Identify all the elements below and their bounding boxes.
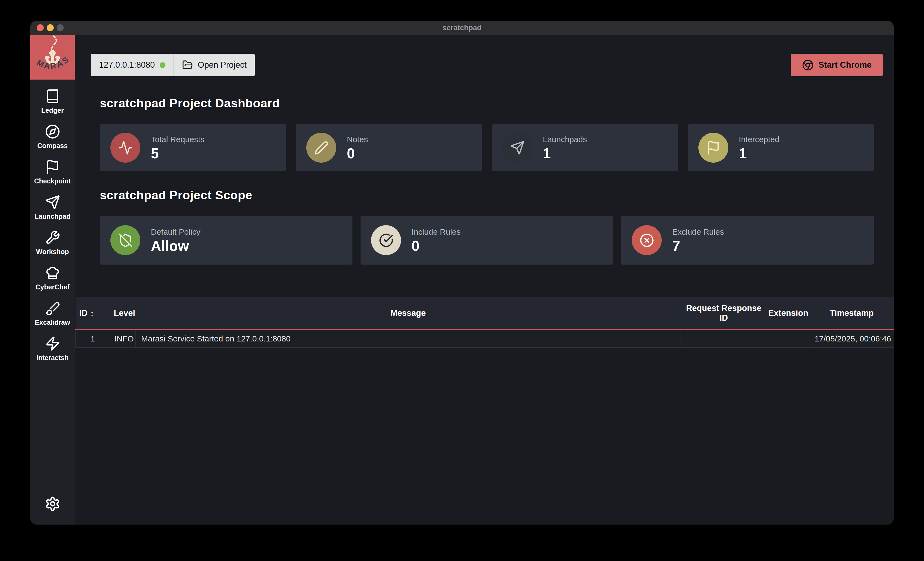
traffic-lights	[37, 24, 64, 31]
x-circle-icon	[640, 233, 654, 248]
start-chrome-button[interactable]: Start Chrome	[791, 54, 883, 76]
stat-value: 5	[151, 146, 204, 160]
sidebar-item-label: Interactsh	[36, 354, 69, 362]
shield-off-icon	[118, 233, 133, 248]
open-project-label: Open Project	[198, 60, 247, 70]
sidebar-item-label: CyberChef	[35, 283, 69, 291]
compass-icon	[45, 124, 60, 139]
chrome-icon	[802, 59, 814, 71]
sidebar-item-ledger[interactable]: Ledger	[30, 89, 75, 114]
dashboard-title: scratchpad Project Dashboard	[100, 96, 894, 110]
scope-value: 7	[672, 239, 724, 253]
log-table-row[interactable]: 1 INFO Marasi Service Started on 127.0.0…	[75, 330, 894, 348]
app-window: scratchpad MARASI	[30, 21, 894, 525]
stat-card-total-requests: Total Requests 5	[100, 124, 286, 171]
flag-icon	[45, 159, 60, 175]
gear-icon	[45, 496, 60, 512]
stat-value: 0	[347, 146, 368, 160]
minimize-window-button[interactable]	[46, 24, 54, 31]
cell-request-response-id	[681, 330, 767, 348]
sidebar-item-label: Workshop	[36, 248, 69, 256]
scope-value: Allow	[151, 239, 200, 253]
proxy-address-button[interactable]: 127.0.0.1:8080	[91, 54, 174, 76]
scope-card-exclude-rules: Exclude Rules 7	[621, 216, 874, 265]
sidebar-item-label: Ledger	[41, 106, 64, 114]
stat-label: Total Requests	[151, 135, 204, 144]
column-header-level: Level	[110, 297, 136, 330]
column-header-request-response-id: Request Response ID	[681, 297, 767, 330]
flag-icon	[706, 141, 720, 155]
stat-label: Notes	[347, 135, 368, 144]
start-chrome-label: Start Chrome	[819, 60, 872, 70]
scope-title: scratchpad Project Scope	[100, 188, 894, 202]
open-project-button[interactable]: Open Project	[174, 54, 255, 76]
sidebar-item-label: Launchpad	[34, 212, 70, 220]
proxy-segmented-control: 127.0.0.1:8080 Open Project	[91, 54, 255, 76]
wrench-icon	[45, 230, 60, 245]
scope-card-default-policy: Default Policy Allow	[100, 216, 352, 265]
settings-button[interactable]	[45, 496, 60, 513]
activity-icon	[118, 141, 133, 155]
cell-extension	[767, 330, 810, 348]
sidebar-item-label: Checkpoint	[34, 177, 71, 185]
column-header-message: Message	[136, 297, 681, 330]
scope-label: Include Rules	[411, 227, 460, 236]
column-header-timestamp: Timestamp	[810, 297, 894, 330]
proxy-address: 127.0.0.1:8080	[99, 60, 155, 70]
marasi-logo: MARASI	[30, 35, 75, 79]
stat-card-notes: Notes 0	[296, 124, 482, 171]
stat-card-intercepted: Intercepted 1	[688, 124, 874, 171]
log-table-header-row: ID↕ Level Message Request Response ID Ex…	[75, 297, 894, 330]
window-title: scratchpad	[30, 21, 894, 35]
sidebar-item-cyberchef[interactable]: CyberChef	[30, 265, 75, 291]
send-icon	[510, 141, 525, 155]
brush-icon	[45, 301, 60, 316]
sidebar-item-checkpoint[interactable]: Checkpoint	[30, 159, 75, 185]
cell-timestamp: 17/05/2025, 00:06:46	[810, 330, 894, 348]
log-table: ID↕ Level Message Request Response ID Ex…	[75, 297, 894, 348]
sidebar: MARASI Ledger Compass Checkpoint	[30, 35, 75, 525]
chef-hat-icon	[45, 265, 60, 280]
sidebar-item-launchpad[interactable]: Launchpad	[30, 195, 75, 220]
title-bar: scratchpad	[30, 21, 894, 35]
scope-label: Default Policy	[151, 227, 200, 236]
sidebar-nav: Ledger Compass Checkpoint Launchpad Work…	[30, 89, 75, 371]
cell-message: Marasi Service Started on 127.0.0.1:8080	[136, 330, 681, 348]
sidebar-item-label: Excalidraw	[35, 319, 70, 326]
scope-label: Exclude Rules	[672, 227, 724, 236]
scope-cards: Default Policy Allow Include Rules 0	[100, 216, 874, 265]
book-icon	[45, 89, 60, 104]
sidebar-item-excalidraw[interactable]: Excalidraw	[30, 301, 75, 326]
zoom-window-button[interactable]	[57, 24, 64, 31]
stat-card-launchpads: Launchpads 1	[492, 124, 678, 171]
sidebar-item-compass[interactable]: Compass	[30, 124, 75, 150]
check-circle-icon	[379, 233, 393, 248]
dashboard-stat-cards: Total Requests 5 Notes 0	[100, 124, 874, 171]
cell-level: INFO	[110, 330, 136, 348]
close-window-button[interactable]	[37, 24, 44, 31]
scope-value: 0	[411, 239, 460, 253]
folder-open-icon	[182, 60, 193, 70]
scope-card-include-rules: Include Rules 0	[360, 216, 613, 265]
sidebar-item-label: Compass	[37, 142, 68, 150]
zap-icon	[45, 336, 60, 351]
column-header-extension: Extension	[767, 297, 810, 330]
pencil-icon	[314, 141, 329, 155]
sidebar-item-workshop[interactable]: Workshop	[30, 230, 75, 256]
sidebar-item-interactsh[interactable]: Interactsh	[30, 336, 75, 362]
stat-label: Launchpads	[543, 135, 587, 144]
up-down-arrows-icon: ↕	[90, 310, 94, 317]
top-toolbar: 127.0.0.1:8080 Open Project Start Chrome	[91, 54, 883, 76]
stat-value: 1	[739, 146, 779, 160]
column-header-id[interactable]: ID↕	[75, 297, 110, 330]
stat-value: 1	[543, 146, 587, 160]
stat-label: Intercepted	[739, 135, 779, 144]
cell-id: 1	[75, 330, 110, 348]
send-icon	[45, 195, 60, 210]
proxy-status-dot	[160, 62, 165, 68]
main-content: 127.0.0.1:8080 Open Project Start Chrome…	[75, 35, 894, 525]
